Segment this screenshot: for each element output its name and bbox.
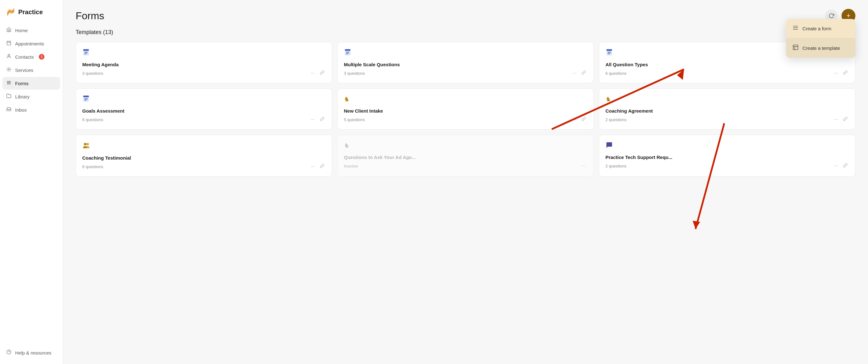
sidebar-item-help-label: Help & resources xyxy=(15,350,51,356)
link-button-coaching-testimonial[interactable] xyxy=(319,163,326,170)
card-meta-practice-tech-support: 2 questions xyxy=(606,164,627,168)
svg-rect-12 xyxy=(83,49,89,51)
main-content: Forms + Templates (13) Meeting Agenda 3 … xyxy=(63,0,868,364)
svg-rect-22 xyxy=(607,49,612,51)
sidebar-nav: Home Appointments Contacts 5 Services xyxy=(0,24,63,344)
more-button-meeting-agenda[interactable]: ··· xyxy=(310,70,316,77)
content-area: Templates (13) Meeting Agenda 3 question… xyxy=(63,29,868,364)
card-icon-coaching-agreement: ♞ xyxy=(606,95,849,104)
sidebar-item-contacts-label: Contacts xyxy=(15,54,34,60)
svg-text:♞: ♞ xyxy=(344,142,349,149)
svg-rect-27 xyxy=(83,95,89,97)
card-actions-multiple-scale: ··· xyxy=(571,70,587,77)
card-footer-questions-ad-agency: Inactive ··· xyxy=(344,163,587,169)
brand-icon xyxy=(6,7,15,17)
template-card-goals-assessment[interactable]: Goals Assessment 6 questions ··· xyxy=(75,88,332,130)
card-footer-coaching-testimonial: 6 questions ··· xyxy=(82,163,326,170)
sidebar-bottom: Help & resources xyxy=(0,344,63,359)
dropdown-item-create-form[interactable]: Create a form xyxy=(786,19,856,38)
forms-icon xyxy=(6,80,11,86)
card-actions-goals-assessment: ··· xyxy=(310,116,326,123)
card-footer-goals-assessment: 6 questions ··· xyxy=(82,116,326,123)
card-title-new-client-intake: New Client Intake xyxy=(344,108,587,114)
contacts-icon xyxy=(6,54,11,60)
card-footer-coaching-agreement: 2 questions ··· xyxy=(606,116,849,123)
more-button-questions-ad-agency[interactable]: ··· xyxy=(581,163,587,169)
home-icon xyxy=(6,27,11,33)
card-meta-multiple-scale: 3 questions xyxy=(344,71,365,76)
card-icon-meeting-agenda xyxy=(82,49,326,58)
template-card-coaching-testimonial[interactable]: Coaching Testimonial 6 questions ··· xyxy=(75,135,332,177)
contacts-badge: 5 xyxy=(39,54,44,60)
card-title-goals-assessment: Goals Assessment xyxy=(82,108,326,114)
card-footer-new-client-intake: 5 questions ··· xyxy=(344,116,587,123)
card-actions-meeting-agenda: ··· xyxy=(310,70,326,77)
sidebar-item-library[interactable]: Library xyxy=(2,90,60,103)
sidebar-item-forms[interactable]: Forms xyxy=(2,77,60,90)
card-icon-multiple-scale xyxy=(344,49,587,58)
main-header: Forms + xyxy=(63,0,868,29)
card-meta-meeting-agenda: 3 questions xyxy=(82,71,103,76)
link-button-practice-tech-support[interactable] xyxy=(842,163,849,169)
card-icon-new-client-intake: ♞ xyxy=(344,95,587,104)
sidebar-item-forms-label: Forms xyxy=(15,81,29,86)
more-button-practice-tech-support[interactable]: ··· xyxy=(833,163,839,169)
sidebar-item-services[interactable]: Services xyxy=(2,64,60,76)
more-button-goals-assessment[interactable]: ··· xyxy=(310,116,316,123)
link-button-goals-assessment[interactable] xyxy=(319,116,326,123)
more-button-multiple-scale[interactable]: ··· xyxy=(571,70,578,77)
card-meta-coaching-testimonial: 6 questions xyxy=(82,164,103,169)
template-icon xyxy=(793,44,799,52)
brand: Practice xyxy=(0,5,63,24)
inbox-icon xyxy=(6,107,11,113)
more-button-all-question-types[interactable]: ··· xyxy=(833,70,839,77)
template-card-questions-ad-agency[interactable]: ♞ Questions to Ask Your Ad Age... Inacti… xyxy=(337,135,594,177)
form-list-icon xyxy=(793,25,799,32)
card-footer-meeting-agenda: 3 questions ··· xyxy=(82,70,326,77)
sidebar: Practice Home Appointments Contacts 5 xyxy=(0,0,63,364)
template-card-meeting-agenda[interactable]: Meeting Agenda 3 questions ··· xyxy=(75,42,332,83)
sidebar-item-contacts[interactable]: Contacts 5 xyxy=(2,51,60,63)
template-card-new-client-intake[interactable]: ♞ New Client Intake 5 questions ··· xyxy=(337,88,594,130)
template-card-coaching-agreement[interactable]: ♞ Coaching Agreement 2 questions ··· xyxy=(599,88,856,130)
card-actions-questions-ad-agency: ··· xyxy=(581,163,587,169)
card-footer-all-question-types: 6 questions ··· xyxy=(606,70,849,77)
card-icon-coaching-testimonial xyxy=(82,141,326,151)
svg-point-34 xyxy=(86,143,89,145)
card-meta-goals-assessment: 6 questions xyxy=(82,117,103,122)
help-icon xyxy=(6,349,11,356)
card-title-all-question-types: All Question Types xyxy=(606,62,849,67)
more-button-new-client-intake[interactable]: ··· xyxy=(571,116,578,123)
svg-point-4 xyxy=(8,54,9,56)
sidebar-item-help[interactable]: Help & resources xyxy=(2,346,60,359)
appointments-icon xyxy=(6,40,11,47)
library-icon xyxy=(6,93,11,100)
dropdown-item-create-template[interactable]: Create a template xyxy=(786,38,856,58)
more-button-coaching-testimonial[interactable]: ··· xyxy=(310,163,316,170)
link-button-all-question-types[interactable] xyxy=(842,70,849,77)
sidebar-item-appointments[interactable]: Appointments xyxy=(2,37,60,50)
link-button-coaching-agreement[interactable] xyxy=(842,116,849,123)
dropdown-menu: Create a form Create a template xyxy=(786,19,856,58)
create-template-label: Create a template xyxy=(802,46,840,51)
more-button-coaching-agreement[interactable]: ··· xyxy=(833,116,839,123)
card-footer-multiple-scale: 3 questions ··· xyxy=(344,70,587,77)
card-meta-new-client-intake: 5 questions xyxy=(344,117,365,122)
template-card-practice-tech-support[interactable]: Practice Tech Support Requ... 2 question… xyxy=(599,135,856,177)
card-meta-questions-ad-agency: Inactive xyxy=(344,164,358,168)
svg-rect-39 xyxy=(793,45,798,50)
template-card-multiple-scale[interactable]: Multiple Scale Questions 3 questions ··· xyxy=(337,42,594,83)
sidebar-item-home[interactable]: Home xyxy=(2,24,60,36)
card-title-multiple-scale: Multiple Scale Questions xyxy=(344,62,587,67)
card-title-coaching-testimonial: Coaching Testimonial xyxy=(82,155,326,161)
card-footer-practice-tech-support: 2 questions ··· xyxy=(606,163,849,169)
card-title-coaching-agreement: Coaching Agreement xyxy=(606,108,849,114)
sidebar-item-inbox[interactable]: Inbox xyxy=(2,104,60,116)
sidebar-item-services-label: Services xyxy=(15,67,33,73)
card-title-questions-ad-agency: Questions to Ask Your Ad Age... xyxy=(344,155,587,160)
link-button-new-client-intake[interactable] xyxy=(580,116,587,123)
svg-text:♞: ♞ xyxy=(344,95,349,103)
link-button-meeting-agenda[interactable] xyxy=(319,70,326,77)
link-button-multiple-scale[interactable] xyxy=(580,70,587,77)
svg-text:♞: ♞ xyxy=(606,95,611,103)
